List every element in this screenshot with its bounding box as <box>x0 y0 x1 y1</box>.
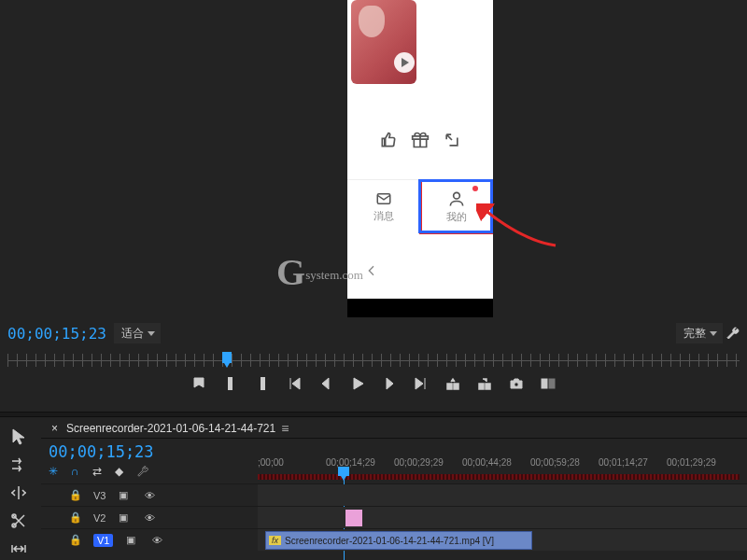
sequence-tab[interactable]: × Screenrecorder-2021-01-06-14-21-44-721… <box>41 418 747 439</box>
track-label[interactable]: V3 <box>93 490 106 501</box>
snap-icon[interactable]: ✳ <box>49 465 58 478</box>
step-back-icon <box>318 376 333 391</box>
razor-tool-icon[interactable] <box>9 511 28 530</box>
track-label[interactable]: V2 <box>93 512 106 524</box>
ruler-labels: ;00;00 00;00;14;29 00;00;29;29 00;00;44;… <box>258 457 747 468</box>
magnet-icon[interactable]: ∩ <box>71 465 79 478</box>
eye-toggle[interactable]: 👁 <box>141 512 158 524</box>
sync-lock-icon[interactable]: ▣ <box>115 489 132 501</box>
bracket-in-icon <box>223 376 238 391</box>
marker-menu-icon[interactable]: ◆ <box>115 465 123 478</box>
program-controls: 00;00;15;23 适合 完整 <box>0 321 747 383</box>
program-monitor: 消息 我的 Gsystem.com <box>0 0 747 317</box>
clip-label: Screenrecorder-2021-01-06-14-21-44-721.m… <box>285 536 494 546</box>
lock-toggle[interactable]: 🔒 <box>67 534 84 546</box>
track-lane-v1[interactable]: fx Screenrecorder-2021-01-06-14-21-44-72… <box>258 529 747 551</box>
person-icon <box>446 189 467 208</box>
time-ruler-area: ;00;00 00;00;14;29 00;00;29;29 00;00;44;… <box>258 439 747 483</box>
clip-v2[interactable] <box>345 510 362 526</box>
svg-rect-7 <box>542 379 547 388</box>
transport-bar <box>0 375 747 392</box>
ruler-tick: 00;00;44;28 <box>462 457 530 468</box>
ruler-tick: 00;01;29;29 <box>667 457 735 468</box>
timeline-playhead[interactable] <box>338 467 349 476</box>
fit-select-value: 适合 <box>114 323 161 343</box>
fx-badge: fx <box>269 536 281 545</box>
goto-out-icon <box>414 376 429 391</box>
goto-in-button[interactable] <box>286 375 303 392</box>
panel-divider[interactable] <box>0 412 747 417</box>
add-marker-button[interactable] <box>190 375 207 392</box>
timeline-header-left: 00;00;15;23 ✳ ∩ ⇄ ◆ <box>41 439 258 483</box>
resolution-select[interactable]: 完整 <box>676 323 723 343</box>
svg-rect-3 <box>454 384 458 389</box>
phone-content: 消息 我的 <box>347 0 493 299</box>
comparison-button[interactable] <box>540 375 557 392</box>
time-ruler[interactable]: ;00;00 00;00;14;29 00;00;29;29 00;00;44;… <box>258 457 747 483</box>
track-label[interactable]: V1 <box>93 534 113 547</box>
thumbs-up-icon <box>379 131 398 149</box>
mail-icon <box>374 190 394 207</box>
goto-out-button[interactable] <box>413 375 430 392</box>
ruler-tick: 00;00;59;28 <box>530 457 599 468</box>
scrub-playhead[interactable] <box>222 352 232 363</box>
mark-in-button[interactable] <box>222 375 239 392</box>
timeline-tracks: 🔒 V3 ▣ 👁 🔒 V2 ▣ 👁 🔒 V1 ▣ 👁 <box>41 483 747 551</box>
ruler-tick: 00;00;29;29 <box>394 457 462 468</box>
panel-menu-icon[interactable]: ≡ <box>281 421 290 436</box>
play-icon <box>394 52 415 73</box>
program-timecode[interactable]: 00;00;15;23 <box>7 325 106 343</box>
nav-messages[interactable]: 消息 <box>347 180 420 233</box>
track-lane-v3[interactable] <box>258 484 747 506</box>
step-fwd-button[interactable] <box>381 375 398 392</box>
program-scrubber[interactable] <box>0 351 747 370</box>
linked-selection-icon[interactable]: ⇄ <box>92 465 102 478</box>
sequence-tab-name: Screenrecorder-2021-01-06-14-21-44-721 <box>66 422 275 435</box>
lift-button[interactable] <box>444 375 461 392</box>
wrench-icon <box>726 326 740 341</box>
nav-mine[interactable]: 我的 <box>420 180 493 233</box>
clip-v1[interactable]: fx Screenrecorder-2021-01-06-14-21-44-72… <box>265 531 532 550</box>
back-row <box>347 250 493 291</box>
settings-button[interactable] <box>725 325 741 342</box>
ruler-tick: ;00;00 <box>258 457 326 468</box>
svg-rect-8 <box>549 379 555 388</box>
fit-select[interactable]: 适合 <box>114 323 161 343</box>
chevron-left-icon[interactable] <box>364 263 379 278</box>
play-button[interactable] <box>349 375 366 392</box>
goto-in-icon <box>287 376 302 391</box>
compare-icon <box>541 376 556 391</box>
selection-tool-icon[interactable] <box>9 427 28 446</box>
tool-palette <box>0 418 37 560</box>
step-fwd-icon <box>382 376 397 391</box>
track-lane-v2[interactable] <box>258 507 747 528</box>
step-back-button[interactable] <box>317 375 334 392</box>
svg-rect-2 <box>447 384 452 389</box>
mark-out-button[interactable] <box>254 375 271 392</box>
svg-point-1 <box>454 192 460 199</box>
timeline-timecode[interactable]: 00;00;15;23 <box>49 442 258 461</box>
settings-wrench-icon[interactable] <box>136 465 149 478</box>
sync-lock-icon[interactable]: ▣ <box>115 511 132 524</box>
svg-point-6 <box>514 383 518 386</box>
eye-toggle[interactable]: 👁 <box>148 535 165 546</box>
lock-toggle[interactable]: 🔒 <box>67 511 84 524</box>
track-v1: 🔒 V1 ▣ 👁 fx Screenrecorder-2021-01-06-14… <box>41 528 747 551</box>
svg-rect-4 <box>479 384 484 389</box>
lock-toggle[interactable]: 🔒 <box>67 489 84 501</box>
slip-tool-icon[interactable] <box>9 539 28 558</box>
scrub-line <box>7 360 740 361</box>
track-v2: 🔒 V2 ▣ 👁 <box>41 506 747 528</box>
track-select-tool-icon[interactable] <box>9 455 28 474</box>
svg-rect-5 <box>486 384 490 389</box>
eye-toggle[interactable]: 👁 <box>141 490 158 501</box>
camera-icon <box>509 376 524 391</box>
close-tab-button[interactable]: × <box>49 422 61 435</box>
export-frame-button[interactable] <box>508 375 525 392</box>
work-area-bar[interactable] <box>258 474 740 480</box>
sync-lock-icon[interactable]: ▣ <box>122 534 139 546</box>
track-v3: 🔒 V3 ▣ 👁 <box>41 483 747 506</box>
extract-button[interactable] <box>476 375 493 392</box>
monitor-frame: 消息 我的 <box>347 0 493 317</box>
ripple-tool-icon[interactable] <box>9 483 28 502</box>
